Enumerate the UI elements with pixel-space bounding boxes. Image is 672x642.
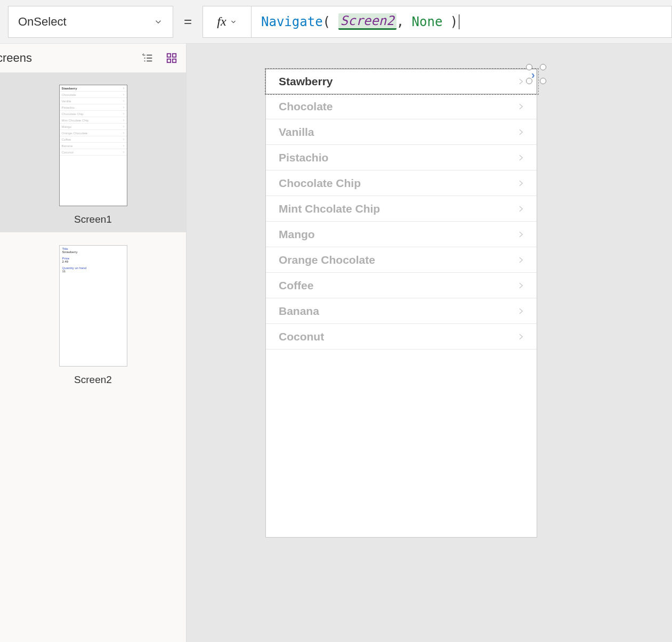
chevron-right-icon[interactable] — [516, 254, 525, 266]
mini-row: Vanilla› — [60, 98, 127, 104]
chevron-down-icon — [230, 18, 237, 26]
screen2-preview: TitleStrawberryPrice2.49Quantity on hand… — [59, 245, 127, 367]
chevron-right-icon[interactable] — [516, 331, 525, 343]
formula-token-open: ( — [323, 14, 330, 29]
screen-thumbnail-screen1[interactable]: Stawberry›Chocolate›Vanilla›Pistachio›Ch… — [0, 73, 186, 232]
phone-screen[interactable]: StawberryChocolateVanillaPistachioChocol… — [265, 69, 537, 538]
chevron-right-icon[interactable] — [516, 76, 525, 87]
mini-field-value: 2.49 — [60, 260, 127, 265]
gallery-row-label: Mint Chcolate Chip — [279, 202, 380, 215]
gallery-row[interactable]: Pistachio — [266, 145, 537, 170]
gallery-row-label: Coconut — [279, 330, 324, 343]
gallery-row-label: Vanilla — [279, 126, 314, 139]
screen-thumbnail-screen2[interactable]: TitleStrawberryPrice2.49Quantity on hand… — [0, 232, 186, 392]
mini-row: Stawberry› — [60, 85, 127, 92]
mini-field-value: Strawberry — [60, 250, 127, 255]
formula-input[interactable]: Navigate ( Screen2 , None ) — [252, 6, 672, 38]
screens-panel-toolbar — [142, 52, 177, 64]
gallery-row[interactable]: Orange Chocolate — [266, 247, 537, 273]
svg-rect-1 — [173, 54, 176, 57]
screen1-label: Screen1 — [74, 214, 112, 225]
screens-panel-title: creens — [0, 51, 32, 65]
mini-row: Pistachio› — [60, 104, 127, 111]
chevron-right-icon[interactable] — [516, 203, 525, 215]
gallery-row-label: Stawberry — [279, 75, 333, 88]
chevron-right-icon[interactable] — [516, 101, 525, 112]
formula-token-arg2: None — [412, 14, 443, 29]
chevron-down-icon — [153, 17, 163, 27]
gallery-row[interactable]: Mint Chcolate Chip — [266, 196, 537, 222]
mini-row: Mint Chcolate Chip› — [60, 117, 127, 124]
screens-panel-header: creens — [0, 44, 186, 73]
gallery-row-label: Coffee — [279, 279, 313, 292]
formula-token-func: Navigate — [261, 14, 323, 29]
gallery-row[interactable]: Coffee — [266, 273, 537, 298]
gallery-row-label: Chocolate — [279, 100, 333, 113]
screens-panel: creens Stawberry›Chocolate›Vanilla›Pista… — [0, 44, 187, 642]
gallery-row[interactable]: Stawberry — [265, 69, 537, 94]
gallery-row-label: Mango — [279, 228, 315, 241]
formula-token-comma: , — [396, 14, 404, 29]
gallery-row[interactable]: Banana — [266, 298, 537, 324]
property-name: OnSelect — [18, 15, 67, 29]
fx-label: fx — [217, 14, 226, 29]
mini-field-label: Title — [60, 246, 127, 250]
mini-row: Banana› — [60, 143, 127, 149]
gallery-row[interactable]: Chocolate — [266, 94, 537, 119]
formula-token-arg1: Screen2 — [338, 13, 396, 30]
mini-row: Orange Chocolate› — [60, 130, 127, 136]
svg-rect-3 — [173, 59, 176, 62]
gallery-row[interactable]: Chocolate Chip — [266, 170, 537, 196]
equals-sign: = — [173, 13, 203, 30]
gallery-row-label: Banana — [279, 305, 319, 318]
text-caret — [459, 14, 459, 29]
formula-bar: OnSelect = fx Navigate ( Screen2 , None … — [0, 0, 672, 44]
screen1-preview: Stawberry›Chocolate›Vanilla›Pistachio›Ch… — [59, 85, 127, 206]
grid-view-icon[interactable] — [166, 52, 177, 64]
chevron-right-icon[interactable] — [516, 152, 525, 164]
gallery-row-label: Pistachio — [279, 151, 328, 164]
chevron-right-icon[interactable] — [516, 305, 525, 317]
gallery-row[interactable]: Mango — [266, 222, 537, 247]
selection-handles[interactable]: › — [526, 64, 546, 84]
gallery-row[interactable]: Vanilla — [266, 119, 537, 145]
screen-thumbnails: Stawberry›Chocolate›Vanilla›Pistachio›Ch… — [0, 73, 186, 392]
mini-row: Chocolate› — [60, 92, 127, 98]
mini-field-value: 11 — [60, 270, 127, 274]
mini-field-label: Price — [60, 255, 127, 260]
fx-button[interactable]: fx — [203, 6, 252, 38]
screen2-label: Screen2 — [74, 374, 112, 386]
svg-rect-2 — [167, 59, 171, 62]
gallery-row[interactable]: Coconut — [266, 324, 537, 350]
chevron-right-icon[interactable] — [516, 229, 525, 240]
mini-row: Chocolate Chip› — [60, 111, 127, 117]
mini-row: Coffee› — [60, 136, 127, 143]
property-dropdown[interactable]: OnSelect — [8, 6, 173, 38]
formula-token-close: ) — [450, 14, 458, 29]
list-collapse-icon[interactable] — [142, 52, 154, 64]
mini-row: Coconut› — [60, 149, 127, 156]
mini-field-label: Quantity on hand — [60, 265, 127, 270]
design-canvas[interactable]: StawberryChocolateVanillaPistachioChocol… — [187, 44, 672, 642]
gallery-row-label: Orange Chocolate — [279, 254, 375, 266]
chevron-right-icon[interactable] — [516, 177, 525, 189]
chevron-right-icon[interactable] — [516, 280, 525, 291]
mini-row: Mango› — [60, 124, 127, 130]
gallery-row-label: Chocolate Chip — [279, 177, 361, 190]
chevron-right-icon[interactable] — [516, 126, 525, 138]
svg-rect-0 — [167, 54, 171, 57]
